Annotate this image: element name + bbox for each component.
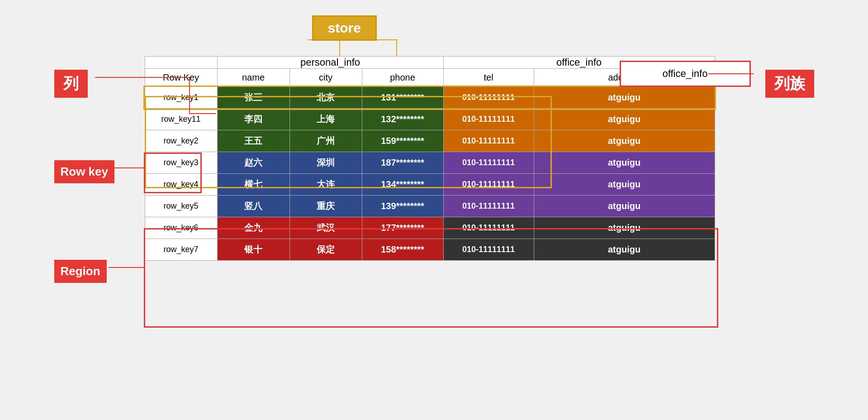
cell-name: 李四 xyxy=(217,109,289,130)
cell-name: 银十 xyxy=(217,239,289,261)
cell-name: 横七 xyxy=(217,174,289,196)
cell-phone: 177******** xyxy=(362,217,443,239)
cell-address: atguigu xyxy=(534,196,715,217)
cell-tel: 010-11111111 xyxy=(443,239,534,261)
cell-name: 赵六 xyxy=(217,152,289,174)
cell-tel: 010-11111111 xyxy=(443,130,534,152)
table-row: row_key5 竖八 重庆 139******** 010-11111111 … xyxy=(145,196,715,217)
cell-rowkey: row_key7 xyxy=(145,239,217,261)
liezu-label: 列族 xyxy=(765,70,814,98)
cell-address: atguigu xyxy=(534,217,715,239)
cell-city: 保定 xyxy=(289,239,362,261)
cell-tel: 010-11111111 xyxy=(443,152,534,174)
col-tel: tel xyxy=(443,69,534,87)
store-connector-v xyxy=(339,39,340,57)
cell-city: 重庆 xyxy=(289,196,362,217)
cell-name: 王五 xyxy=(217,130,289,152)
cell-tel: 010-11111111 xyxy=(443,109,534,130)
header-rowkey-top xyxy=(145,57,217,69)
cell-address: atguigu xyxy=(534,174,715,196)
cell-city: 北京 xyxy=(289,87,362,109)
col-phone: phone xyxy=(362,69,443,87)
cell-rowkey: row_key5 xyxy=(145,196,217,217)
cell-name: 张三 xyxy=(217,87,289,109)
cell-rowkey: row_key11 xyxy=(145,109,217,130)
cell-phone: 158******** xyxy=(362,239,443,261)
cell-phone: 187******** xyxy=(362,152,443,174)
table-row: row_key4 横七 大连 134******** 010-11111111 … xyxy=(145,174,715,196)
cell-tel: 010-11111111 xyxy=(443,196,534,217)
table-row: row_key7 银十 保定 158******** 010-11111111 … xyxy=(145,239,715,261)
store-badge: store xyxy=(312,15,377,41)
col-city: city xyxy=(289,69,362,87)
cell-city: 武汉 xyxy=(289,217,362,239)
cell-tel: 010-11111111 xyxy=(443,217,534,239)
lie-label: 列 xyxy=(54,70,88,98)
cell-address: atguigu xyxy=(534,130,715,152)
table-row: row_key11 李四 上海 132******** 010-11111111… xyxy=(145,109,715,130)
cell-phone: 159******** xyxy=(362,130,443,152)
cell-tel: 010-11111111 xyxy=(443,87,534,109)
cell-name: 竖八 xyxy=(217,196,289,217)
cell-address: atguigu xyxy=(534,239,715,261)
cell-city: 广州 xyxy=(289,130,362,152)
cell-phone: 139******** xyxy=(362,196,443,217)
rowkey-highlight-box xyxy=(144,153,202,193)
cell-rowkey: row_key2 xyxy=(145,130,217,152)
cell-phone: 132******** xyxy=(362,109,443,130)
table-row: row_key1 张三 北京 131******** 010-11111111 … xyxy=(145,87,715,109)
table-row: row_key6 金九 武汉 177******** 010-11111111 … xyxy=(145,217,715,239)
col-name: name xyxy=(217,69,289,87)
cell-name: 金九 xyxy=(217,217,289,239)
table-row: row_key3 赵六 深圳 187******** 010-11111111 … xyxy=(145,152,715,174)
region-label: Region xyxy=(54,260,107,283)
rowkey-label: Row key xyxy=(54,160,115,183)
liezu-arrow-h xyxy=(708,73,754,74)
cell-tel: 010-11111111 xyxy=(443,174,534,196)
cell-city: 深圳 xyxy=(289,152,362,174)
store-connector-v2 xyxy=(396,39,397,57)
lie-arrow-h xyxy=(95,77,190,78)
table-row: row_key2 王五 广州 159******** 010-11111111 … xyxy=(145,130,715,152)
cell-rowkey: row_key1 xyxy=(145,87,217,109)
cell-address: atguigu xyxy=(534,152,715,174)
cell-address: atguigu xyxy=(534,87,715,109)
cell-phone: 134******** xyxy=(362,174,443,196)
region-arrow-h xyxy=(109,267,145,268)
cell-city: 大连 xyxy=(289,174,362,196)
header-personal-info: personal_info xyxy=(217,57,443,69)
cell-address: atguigu xyxy=(534,109,715,130)
cell-rowkey: row_key6 xyxy=(145,217,217,239)
lie-arrow-h2 xyxy=(189,113,216,114)
lie-arrow-v xyxy=(189,77,190,114)
cell-phone: 131******** xyxy=(362,87,443,109)
cell-city: 上海 xyxy=(289,109,362,130)
